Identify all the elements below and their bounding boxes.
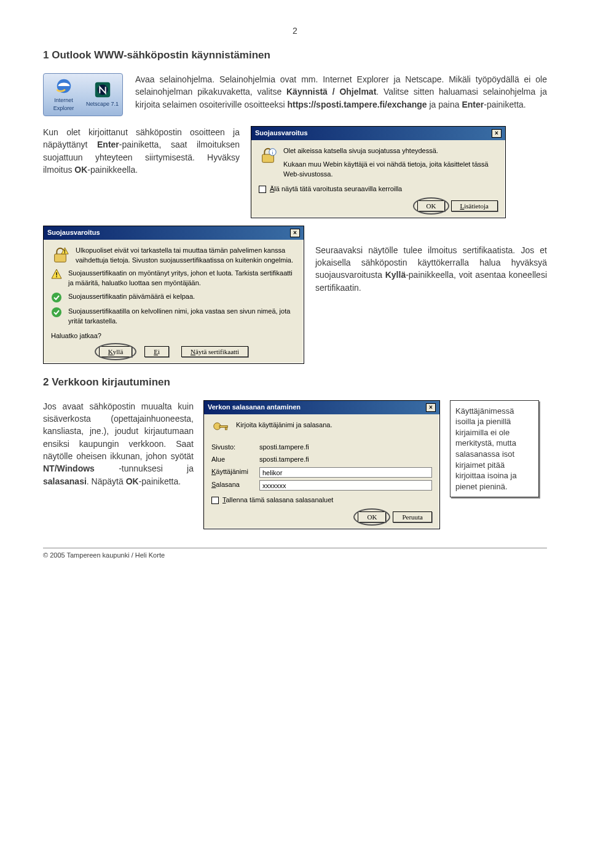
svg-text:!: !	[55, 271, 58, 278]
dialog-title: Suojausvaroitus	[255, 128, 308, 138]
network-password-dialog: Verkon salasanan antaminen × Kirjoita kä…	[203, 400, 440, 529]
certificate-warning-dialog: Suojausvaroitus × ! Ulkopuoliset eivät v…	[43, 226, 304, 365]
dialog-title: Verkon salasanan antaminen	[208, 403, 301, 412]
svg-text:!: !	[64, 248, 66, 254]
view-cert-button[interactable]: Näytä sertifikaatti	[181, 346, 248, 357]
auth-prompt: Kirjoita käyttäjänimi ja salasana.	[236, 420, 332, 439]
page-number: 2	[43, 25, 547, 37]
ok-button[interactable]: OK	[417, 200, 446, 211]
close-icon[interactable]: ×	[426, 403, 436, 412]
site-value: sposti.tampere.fi	[259, 443, 309, 452]
cert-item-date: Suojaussertifikaatin päivämäärä ei kelpa…	[68, 292, 195, 302]
ie-launcher[interactable]: Internet Explorer	[46, 76, 81, 113]
cert-prompt: Haluatko jatkaa?	[51, 331, 296, 341]
netscape-icon	[93, 81, 112, 99]
save-password-label: allenna tämä salasana salasanaluet	[226, 496, 334, 503]
svg-point-12	[52, 307, 61, 317]
ok-button[interactable]: OK	[358, 511, 386, 523]
cert-item-name: Suojaussertifikaatilla on kelvollinen ni…	[68, 307, 296, 326]
lock-info-icon: i	[259, 146, 277, 165]
suppress-warning-checkbox[interactable]	[259, 186, 266, 193]
realm-value: sposti.tampere.fi	[259, 455, 309, 465]
certificate-paragraph: Seuraavaksi näytölle tulee ilmoitus sert…	[315, 226, 547, 294]
check-ok-icon	[51, 292, 62, 303]
secure-line2: Kukaan muu Webin käyttäjä ei voi nähdä t…	[283, 160, 498, 180]
cancel-button[interactable]: Peruuta	[393, 511, 432, 523]
dialog-title: Suojausvaroitus	[47, 228, 100, 238]
password-input[interactable]: xxxxxxx	[259, 480, 432, 491]
keys-icon	[211, 420, 230, 439]
suppress-warning-label: lä näytä tätä varoitusta seuraavilla ker…	[274, 185, 402, 192]
warning-triangle-icon: !	[51, 269, 62, 280]
realm-label: Alue	[211, 455, 254, 465]
lock-warning-icon: !	[51, 246, 69, 264]
netscape-launcher[interactable]: Netscape 7.1	[85, 76, 120, 113]
enter-paragraph: Kun olet kirjoittanut sähköpostin osoitt…	[43, 126, 240, 218]
browser-icons: Internet Explorer Netscape 7.1	[43, 73, 123, 116]
username-input[interactable]: helikor	[259, 467, 432, 478]
svg-point-11	[52, 293, 61, 302]
close-icon[interactable]: ×	[492, 129, 502, 138]
cert-intro: Ulkopuoliset eivät voi tarkastella tai m…	[76, 246, 296, 266]
more-info-button[interactable]: Lisätietoja	[451, 200, 498, 211]
save-password-checkbox[interactable]	[211, 497, 219, 504]
ie-icon	[55, 77, 73, 95]
secure-connection-dialog: Suojausvaroitus × i Olet aikeissa katsel…	[251, 126, 506, 218]
copyright-footer: © 2005 Tampereen kaupunki / Heli Korte	[43, 548, 547, 561]
check-ok-icon	[51, 307, 62, 318]
secure-line1: Olet aikeissa katsella sivuja suojatussa…	[283, 146, 498, 156]
section1-heading: 1 Outlook WWW-sähköpostin käynnistäminen	[43, 48, 547, 63]
yes-button[interactable]: Kyllä	[99, 346, 132, 357]
svg-rect-6	[55, 254, 66, 262]
section1-intro: Avaa selainohjelma. Selainohjelmia ovat …	[135, 73, 547, 116]
case-sensitivity-note: Käyttäjänimessä isoilla ja pienillä kirj…	[450, 400, 539, 497]
cert-item-issuer: Suojaussertifikaatin on myöntänyt yritys…	[68, 269, 296, 288]
close-icon[interactable]: ×	[290, 229, 300, 237]
password-label: Salasana	[211, 480, 254, 490]
network-paragraph: Jos avaat sähköpostin muualta kuin sisäv…	[43, 400, 194, 487]
section2-heading: 2 Verkkoon kirjautuminen	[43, 375, 547, 390]
username-label: Käyttäjänimi	[211, 467, 254, 477]
svg-rect-15	[226, 427, 227, 430]
site-label: Sivusto:	[211, 443, 254, 452]
no-button[interactable]: Ei	[144, 346, 169, 357]
